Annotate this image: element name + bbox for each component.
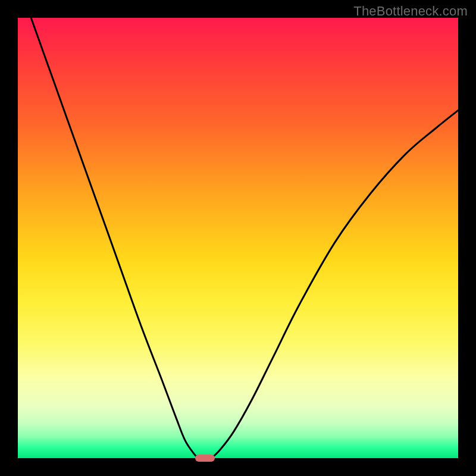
plot-area [18,18,458,458]
watermark-text: TheBottleneck.com [353,4,468,19]
chart-frame: TheBottleneck.com [0,0,476,476]
optimal-marker [195,455,215,462]
bottleneck-curves [18,18,458,458]
right-curve [212,110,458,458]
left-curve [31,18,198,458]
